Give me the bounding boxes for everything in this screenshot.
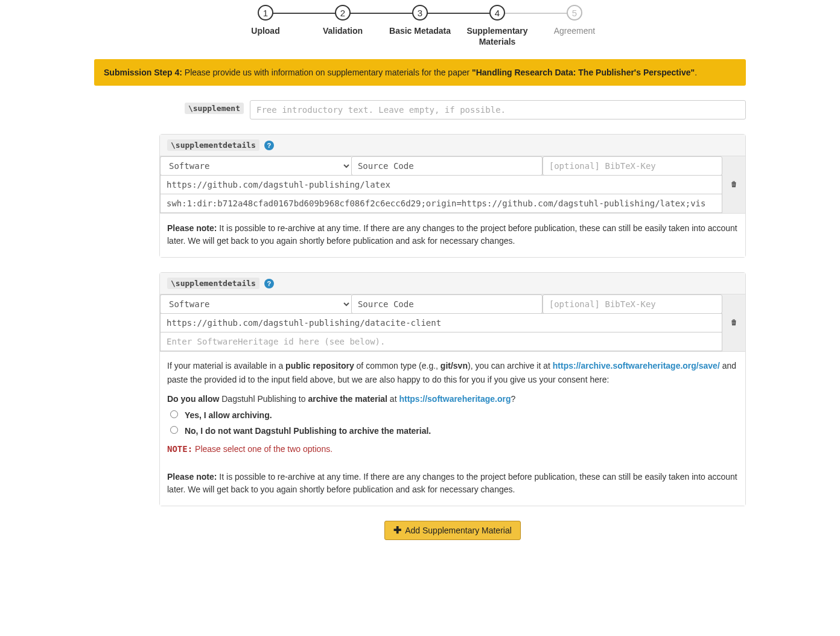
url-input[interactable] bbox=[160, 313, 722, 332]
consent-no-radio[interactable] bbox=[170, 426, 178, 434]
type-select[interactable]: Software bbox=[160, 156, 351, 176]
step-validation[interactable]: 2 Validation bbox=[304, 5, 381, 47]
subtype-input[interactable] bbox=[351, 156, 542, 176]
supplementdetails-label: \supplementdetails bbox=[167, 139, 259, 151]
help-icon[interactable]: ? bbox=[264, 279, 274, 288]
step-agreement[interactable]: 5 Agreement bbox=[536, 5, 613, 47]
supplement-label: \supplement bbox=[185, 103, 244, 114]
supplement-details-card-1: \supplementdetails ? Software bbox=[159, 134, 746, 258]
consent-no-label: No, I do not want Dagstuhl Publishing to… bbox=[185, 426, 431, 436]
delete-button[interactable] bbox=[722, 294, 745, 351]
archive-link[interactable]: https://archive.softwareheritage.org/sav… bbox=[553, 361, 720, 370]
supplement-details-card-2: \supplementdetails ? Software bbox=[159, 272, 746, 506]
trash-icon bbox=[730, 318, 738, 328]
alert-step-info: Submission Step 4: Please provide us wit… bbox=[94, 59, 746, 86]
trash-icon bbox=[730, 180, 738, 190]
step-upload[interactable]: 1 Upload bbox=[227, 5, 304, 47]
consent-error: NOTE: Please select one of the two optio… bbox=[167, 442, 738, 456]
swh-link[interactable]: https://softwareheritage.org bbox=[399, 394, 511, 404]
consent-yes-label: Yes, I allow archiving. bbox=[185, 410, 272, 420]
consent-block: If your material is available in a publi… bbox=[160, 352, 745, 468]
swh-input[interactable] bbox=[160, 194, 722, 213]
plus-icon: ✚ bbox=[393, 526, 401, 535]
subtype-input[interactable] bbox=[351, 294, 542, 314]
rearchive-note: Please note: It is possible to re-archiv… bbox=[160, 214, 745, 257]
add-supplementary-button[interactable]: ✚ Add Supplementary Material bbox=[384, 521, 521, 540]
bibkey-input[interactable] bbox=[542, 156, 722, 176]
supplement-row: \supplement bbox=[159, 100, 746, 119]
step-basic-metadata[interactable]: 3 Basic Metadata bbox=[381, 5, 459, 47]
step-supplementary[interactable]: 4 Supplementary Materials bbox=[459, 5, 536, 47]
swh-input[interactable] bbox=[160, 332, 722, 351]
supplementdetails-label: \supplementdetails bbox=[167, 278, 259, 289]
rearchive-note: Please note: It is possible to re-archiv… bbox=[160, 468, 745, 506]
consent-yes-radio[interactable] bbox=[170, 410, 178, 418]
url-input[interactable] bbox=[160, 175, 722, 194]
delete-button[interactable] bbox=[722, 156, 745, 213]
bibkey-input[interactable] bbox=[542, 294, 722, 314]
stepper: 1 Upload 2 Validation 3 Basic Metadata 4… bbox=[227, 5, 613, 47]
type-select[interactable]: Software bbox=[160, 294, 351, 314]
help-icon[interactable]: ? bbox=[264, 141, 274, 150]
supplement-input[interactable] bbox=[250, 100, 746, 119]
